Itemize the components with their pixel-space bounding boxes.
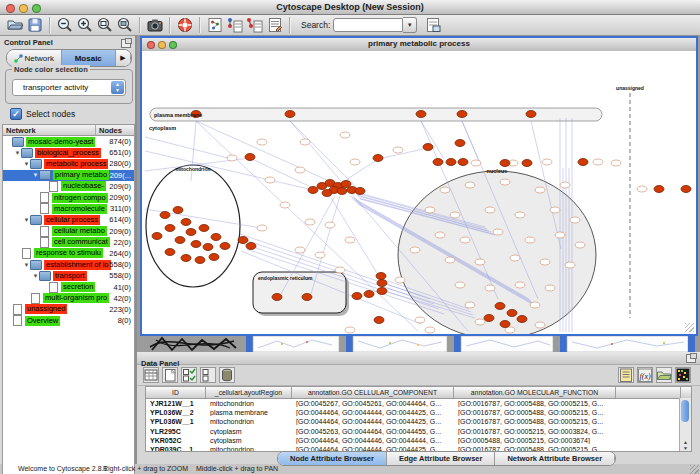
attribute-editor-icon[interactable] — [618, 367, 634, 383]
network-node[interactable] — [305, 219, 315, 225]
network-node-selected-color[interactable] — [272, 294, 282, 301]
tab-network[interactable]: Network — [7, 50, 62, 66]
tree-item-biological-process[interactable]: ▼biological_process651(0) — [3, 147, 134, 158]
network-node[interactable] — [465, 182, 475, 188]
network-node-selected-color[interactable] — [209, 254, 219, 261]
network-node[interactable] — [570, 217, 580, 223]
app-resize-grip[interactable] — [690, 465, 699, 474]
tree-item-metabolic-process[interactable]: ▼metabolic process280(0) — [3, 158, 134, 169]
network-node[interactable] — [455, 282, 465, 288]
attribute-table[interactable]: ID_cellularLayoutRegionannotation.GO CEL… — [145, 386, 692, 452]
network-node[interactable] — [280, 202, 290, 208]
tree-item-cell-communicat[interactable]: cell communicat22(0) — [3, 237, 134, 248]
zoom-in-icon[interactable] — [76, 16, 94, 34]
network-node[interactable] — [295, 247, 305, 253]
network-node[interactable] — [493, 229, 503, 235]
network-node[interactable] — [315, 252, 325, 258]
network-node-selected-color[interactable] — [238, 237, 248, 244]
tree-item-response-to-stimulu[interactable]: response to stimulu264(0) — [3, 248, 134, 259]
network-node-selected-color[interactable] — [500, 160, 510, 167]
network-node-selected-color[interactable] — [423, 144, 433, 151]
network-node[interactable] — [415, 317, 425, 323]
network-node-selected-color[interactable] — [681, 186, 691, 193]
import-node-attributes-icon[interactable] — [226, 16, 244, 34]
tree-item-cellular-metabo[interactable]: cellular metabo209(0) — [3, 226, 134, 237]
network-node[interactable] — [335, 267, 345, 273]
expand-arrow-icon[interactable]: ▼ — [14, 150, 21, 156]
network-tree-header[interactable]: Network Nodes — [2, 124, 135, 136]
network-node[interactable] — [530, 302, 540, 308]
network-node-selected-color[interactable] — [308, 187, 318, 194]
network-node-selected-color[interactable] — [181, 255, 191, 262]
network-node-selected-color[interactable] — [195, 257, 205, 264]
network-node[interactable] — [542, 159, 552, 165]
network-node[interactable] — [485, 207, 495, 213]
network-node-selected-color[interactable] — [341, 181, 351, 188]
open-icon[interactable] — [6, 16, 24, 34]
column-header[interactable] — [616, 387, 681, 398]
expand-arrow-icon[interactable]: ▼ — [32, 172, 39, 178]
column-header[interactable]: _cellularLayoutRegion — [206, 387, 292, 398]
table-row[interactable]: YPL036W__2plasma membrane[GO:0044464, GO… — [146, 408, 691, 417]
expand-arrow-icon[interactable]: ▼ — [23, 217, 30, 223]
column-header[interactable]: annotation.GO MOLECULAR_FUNCTION — [454, 387, 616, 398]
unselect-attributes-icon[interactable] — [200, 367, 216, 383]
network-node[interactable] — [535, 322, 545, 328]
network-node[interactable] — [475, 259, 485, 265]
network-node-selected-color[interactable] — [322, 190, 332, 197]
network-node[interactable] — [540, 259, 550, 265]
network-node[interactable] — [350, 159, 360, 165]
scrollbar-arrows-icon[interactable]: ▲▼ — [680, 439, 691, 451]
network-node-selected-color[interactable] — [377, 288, 387, 295]
network-node[interactable] — [525, 237, 535, 243]
tree-item-macromolecule[interactable]: macromolecule311(0) — [3, 203, 134, 214]
expand-arrow-icon[interactable]: ▼ — [23, 262, 30, 268]
column-header[interactable]: ID — [146, 387, 206, 398]
network-node[interactable] — [485, 285, 495, 291]
network-node-selected-color[interactable] — [377, 280, 387, 287]
network-node[interactable] — [340, 132, 350, 138]
tree-item-multi-organism-pro[interactable]: multi-organism pro42(0) — [3, 293, 134, 304]
table-row[interactable]: YLR295Ccytoplasm[GO:0045263, GO:0044464,… — [146, 427, 691, 436]
network-node-selected-color[interactable] — [203, 244, 213, 251]
zoom-out-icon[interactable] — [56, 16, 74, 34]
tree-item-nucleobase-[interactable]: nucleobase-209(0) — [3, 181, 134, 192]
network-node[interactable] — [500, 179, 510, 185]
zoom-fit-icon[interactable] — [96, 16, 114, 34]
network-node[interactable] — [345, 327, 355, 333]
network-node[interactable] — [545, 285, 555, 291]
tree-item-secretion[interactable]: secretion41(0) — [3, 281, 134, 292]
network-node-selected-color[interactable] — [302, 294, 312, 301]
tree-item-nitrogen-compo[interactable]: nitrogen compo209(0) — [3, 192, 134, 203]
network-node-selected-color[interactable] — [374, 317, 384, 324]
network-node[interactable] — [460, 237, 470, 243]
network-node[interactable] — [450, 212, 460, 218]
more-tabs-arrow-icon[interactable]: ▶ — [116, 50, 131, 66]
save-icon[interactable] — [26, 16, 44, 34]
load-attributes-icon[interactable] — [424, 16, 442, 34]
network-node-selected-color[interactable] — [211, 234, 221, 241]
network-node[interactable] — [445, 257, 455, 263]
network-node[interactable] — [475, 319, 485, 325]
network-node[interactable] — [265, 177, 275, 183]
node-color-combobox[interactable]: transporter activity ▲▼ — [12, 79, 126, 96]
network-node-selected-color[interactable] — [165, 249, 175, 256]
network-node-selected-color[interactable] — [455, 140, 465, 147]
select-attributes-icon[interactable] — [181, 367, 197, 383]
network-node-selected-color[interactable] — [364, 291, 374, 298]
network-node-selected-color[interactable] — [484, 315, 494, 322]
network-node-selected-color[interactable] — [578, 159, 588, 166]
network-node-selected-color[interactable] — [507, 310, 517, 317]
table-row[interactable]: YJR121W__1mitochondrion[GO:0045267, GO:0… — [146, 399, 691, 408]
network-node[interactable] — [435, 232, 445, 238]
network-node-selected-color[interactable] — [495, 303, 505, 310]
snapshot-icon[interactable] — [146, 16, 164, 34]
function-builder-icon[interactable]: f(x) — [637, 367, 653, 383]
tree-item-establishment-of-lo[interactable]: ▼establishment of lo558(0) — [3, 259, 134, 270]
network-node-selected-color[interactable] — [654, 186, 664, 193]
network-node[interactable] — [471, 160, 481, 166]
network-node-selected-color[interactable] — [160, 212, 170, 219]
tab-mosaic[interactable]: Mosaic — [62, 50, 117, 66]
network-window[interactable]: primary metabolic process plasma membran… — [140, 36, 698, 336]
network-node-selected-color[interactable] — [285, 111, 295, 118]
